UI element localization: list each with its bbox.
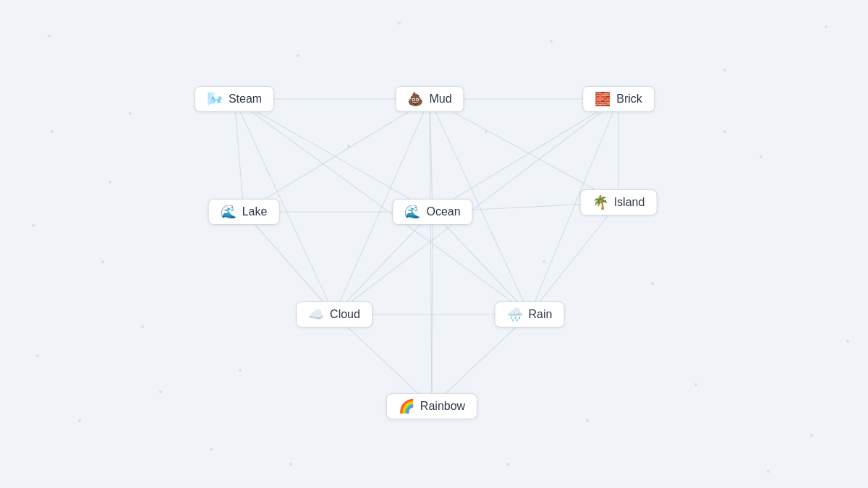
decorative-dot [129, 112, 132, 115]
svg-line-20 [432, 314, 529, 406]
svg-line-6 [244, 99, 430, 212]
svg-line-9 [430, 99, 432, 406]
decorative-dot [760, 155, 762, 158]
decorative-dot [723, 130, 726, 133]
node-mud[interactable]: 💩Mud [395, 86, 464, 112]
decorative-dot [825, 25, 827, 28]
decorative-dot [51, 130, 54, 133]
node-emoji-cloud: ☁️ [308, 308, 324, 321]
decorative-dot [109, 181, 111, 184]
decorative-dot [550, 40, 553, 43]
node-emoji-steam: 🌬️ [207, 93, 223, 106]
decorative-dot [32, 224, 35, 227]
node-emoji-island: 🌴 [592, 196, 608, 209]
graph-container: 🌬️Steam💩Mud🧱Brick🌊Lake🌊Ocean🌴Island☁️Clo… [0, 0, 868, 488]
node-emoji-brick: 🧱 [595, 93, 610, 106]
node-emoji-ocean: 🌊 [404, 205, 420, 218]
svg-line-16 [433, 212, 529, 314]
decorative-dot [297, 54, 299, 57]
decorative-dot [141, 325, 144, 328]
node-emoji-rain: 🌧️ [507, 308, 523, 321]
decorative-dot [101, 260, 104, 263]
decorative-dot [651, 282, 654, 285]
svg-line-19 [334, 314, 432, 406]
decorative-dot [347, 145, 350, 147]
node-steam[interactable]: 🌬️Steam [195, 86, 274, 112]
node-island[interactable]: 🌴Island [580, 189, 658, 215]
svg-line-17 [432, 212, 433, 406]
node-cloud[interactable]: ☁️Cloud [296, 301, 373, 328]
decorative-dot [159, 390, 162, 393]
svg-line-25 [334, 99, 618, 314]
node-label-cloud: Cloud [330, 308, 360, 321]
svg-line-2 [234, 99, 433, 212]
decorative-dot [723, 69, 726, 72]
node-label-rainbow: Rainbow [420, 400, 465, 413]
decorative-dot [694, 383, 697, 386]
decorative-dot [542, 260, 545, 263]
node-ocean[interactable]: 🌊Ocean [392, 199, 472, 225]
decorative-dot [506, 463, 509, 466]
decorative-dot [810, 434, 813, 437]
decorative-dot [239, 369, 242, 372]
svg-line-1 [234, 99, 244, 212]
decorative-dot [767, 470, 770, 473]
decorative-dot [210, 448, 213, 451]
decorative-dot [289, 463, 292, 466]
decorative-dot [485, 130, 488, 133]
node-label-steam: Steam [229, 93, 262, 106]
decorative-dot [586, 419, 589, 422]
svg-line-21 [529, 202, 618, 314]
node-label-rain: Rain [529, 308, 553, 321]
svg-line-13 [244, 212, 334, 314]
node-rain[interactable]: 🌧️Rain [495, 301, 565, 328]
node-emoji-mud: 💩 [407, 93, 423, 106]
node-emoji-lake: 🌊 [221, 205, 237, 218]
node-label-ocean: Ocean [426, 205, 460, 218]
svg-line-5 [430, 99, 618, 202]
node-rainbow[interactable]: 🌈Rainbow [386, 393, 477, 419]
svg-line-15 [334, 212, 433, 314]
decorative-dot [846, 340, 849, 343]
node-lake[interactable]: 🌊Lake [208, 199, 280, 225]
decorative-dot [78, 419, 81, 422]
decorative-dot [48, 35, 51, 38]
node-label-lake: Lake [242, 205, 268, 218]
node-label-mud: Mud [429, 93, 451, 106]
decorative-dot [36, 354, 39, 357]
node-brick[interactable]: 🧱Brick [582, 86, 655, 112]
node-label-brick: Brick [616, 93, 642, 106]
node-label-island: Island [614, 196, 645, 209]
node-emoji-rainbow: 🌈 [399, 400, 414, 413]
decorative-dot [398, 22, 401, 25]
svg-line-4 [430, 99, 433, 212]
